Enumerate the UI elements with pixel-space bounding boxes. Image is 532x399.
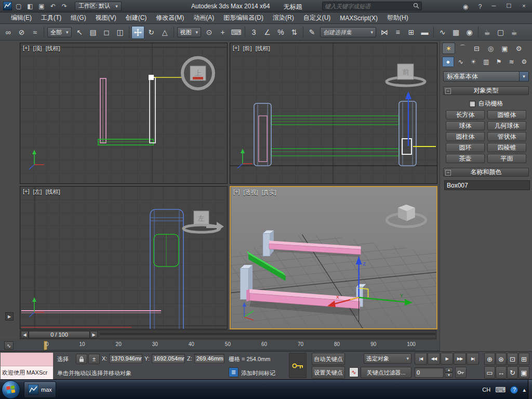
x-coordinate-field[interactable]: 1370.946mm [109, 354, 142, 363]
menu-animation[interactable]: 动画(A) [189, 12, 219, 23]
object-name-input[interactable] [444, 180, 530, 190]
track-bar[interactable]: ∿ 010 2030 4050 6070 8090 100 [0, 340, 440, 351]
menu-customize[interactable]: 自定义(U) [299, 12, 336, 23]
autogrid-checkbox[interactable] [469, 101, 475, 107]
snaps-toggle-3d-icon[interactable]: 3 [247, 26, 260, 39]
add-time-tag[interactable]: 添加时间标记 [241, 369, 275, 377]
menu-help[interactable]: 帮助(H) [382, 12, 413, 23]
zoom-region-icon[interactable]: ▭ [484, 366, 495, 379]
mirror-icon[interactable]: ⋈ [378, 26, 391, 39]
button-tube[interactable]: 管状体 [487, 132, 526, 141]
named-selection-set-dropdown[interactable]: 创建选择集 ▾ [320, 27, 376, 37]
close-button[interactable]: × [517, 1, 531, 10]
viewport-menu-general[interactable]: [+] [233, 189, 240, 196]
absolute-offset-toggle-icon[interactable]: ± [88, 354, 100, 364]
sub-systems-icon[interactable]: ⚙ [518, 57, 530, 67]
select-by-name-icon[interactable]: ▤ [87, 26, 100, 39]
time-slider-left-icon[interactable]: ◀ [21, 331, 29, 338]
tab-utilities-icon[interactable]: ⚙ [512, 43, 525, 54]
time-slider-handle[interactable]: 0 / 100 [29, 331, 90, 338]
show-hidden-icons-icon[interactable]: ▴ [523, 387, 526, 393]
pan-view-icon[interactable]: ↔ [496, 366, 507, 379]
open-file-icon[interactable]: ◧ [25, 2, 35, 11]
bind-to-spacewarp-icon[interactable]: ≈ [29, 26, 42, 39]
new-scene-icon[interactable]: ▢ [14, 2, 24, 11]
key-filters-button[interactable]: 关键点过滤器... [361, 367, 411, 378]
search-icon[interactable] [413, 2, 419, 11]
play-animation-icon[interactable]: ▶ [441, 353, 453, 365]
unlink-selection-icon[interactable]: ⊘ [15, 26, 28, 39]
viewport-menu-shading[interactable]: [线框] [256, 45, 270, 52]
viewport-left[interactable]: 左 [+] [左] [线框] [20, 186, 228, 329]
signin-icon[interactable]: ◉ [460, 2, 471, 11]
start-button[interactable] [2, 380, 20, 399]
window-crossing-icon[interactable]: ◫ [114, 26, 127, 39]
y-coordinate-field[interactable]: 1692.054mm [152, 354, 185, 363]
zoom-extents-icon[interactable]: ⊡ [507, 353, 518, 365]
button-box[interactable]: 长方体 [446, 110, 485, 119]
tab-hierarchy-icon[interactable]: ⊟ [470, 43, 483, 54]
previous-frame-icon[interactable]: ◀◀ [428, 353, 440, 365]
go-to-end-icon[interactable]: ▶| [467, 353, 479, 365]
edit-named-selection-sets-icon[interactable]: ✎ [305, 26, 318, 39]
menu-views[interactable]: 视图(V) [91, 12, 121, 23]
menu-modifiers[interactable]: 修改器(M) [151, 12, 189, 23]
rollout-object-type[interactable]: − 对象类型 [443, 86, 529, 95]
menu-edit[interactable]: 编辑(E) [6, 12, 36, 23]
button-cylinder[interactable]: 圆柱体 [446, 132, 485, 141]
save-file-icon[interactable]: ▣ [36, 2, 47, 11]
zoom-extents-all-icon[interactable]: ⊞ [518, 353, 529, 365]
redo-icon[interactable]: ↷ [59, 2, 70, 11]
menu-create[interactable]: 创建(C) [121, 12, 152, 23]
schematic-view-icon[interactable]: ▦ [449, 26, 462, 39]
use-pivot-center-icon[interactable]: ⊙ [203, 26, 216, 39]
keyboard-layout-icon[interactable]: ⌨ [495, 385, 506, 394]
show-desktop-button[interactable] [528, 380, 532, 399]
viewport-menu-shading[interactable]: [线框] [46, 45, 60, 52]
layer-manager-icon[interactable]: ⊞ [405, 26, 418, 39]
set-key-button[interactable]: 设置关键点 [312, 366, 345, 379]
viewport-front[interactable]: 前 [+] [前] [线框] [230, 43, 437, 184]
sub-shapes-icon[interactable]: ∿ [455, 57, 467, 67]
menu-graph-editors[interactable]: 图形编辑器(D) [219, 12, 268, 23]
menu-maxscript[interactable]: MAXScript(X) [335, 12, 382, 23]
select-and-link-icon[interactable]: ∞ [2, 26, 15, 39]
taskbar-3dsmax-button[interactable]: max [24, 381, 56, 398]
app-logo-icon[interactable] [2, 2, 12, 11]
sub-helpers-icon[interactable]: ⚑ [493, 57, 504, 67]
viewport-top[interactable]: 上 [+] [顶] [线框] [20, 43, 228, 184]
viewport-menu-pov[interactable]: [前] [243, 45, 252, 52]
maxscript-mini-listener[interactable]: 欢迎使用 MAXScr [0, 352, 54, 379]
spinner-snap-icon[interactable]: ⇅ [288, 26, 301, 39]
set-key-big-icon[interactable] [289, 353, 307, 378]
selection-lock-icon[interactable] [76, 354, 87, 364]
minimize-button[interactable]: ─ [487, 1, 501, 10]
sub-lights-icon[interactable]: ☀ [468, 57, 479, 67]
menu-tools[interactable]: 工具(T) [36, 12, 66, 23]
expand-panel-arrow-icon[interactable]: ▶ [5, 312, 14, 321]
render-setup-icon[interactable]: ☕ [481, 26, 494, 39]
sub-geometry-icon[interactable]: ● [442, 57, 454, 67]
language-indicator[interactable]: CH [482, 387, 490, 393]
maximize-button[interactable]: ☐ [502, 1, 516, 10]
zoom-all-icon[interactable]: ⊛ [496, 353, 507, 365]
primitive-category-dropdown[interactable]: 标准基本体 ▾ [443, 71, 529, 82]
select-and-move-icon[interactable] [131, 26, 144, 39]
align-icon[interactable]: ≡ [391, 26, 404, 39]
viewport-menu-pov[interactable]: [顶] [33, 45, 42, 52]
select-and-scale-icon[interactable]: △ [158, 26, 171, 39]
frame-spin-down-icon[interactable]: ▾ [445, 373, 453, 378]
maximize-viewport-icon[interactable]: ▣ [518, 366, 529, 379]
key-mode-toggle-icon[interactable] [455, 367, 467, 378]
macro-recorder-line[interactable] [1, 353, 53, 366]
menu-group[interactable]: 组(G) [66, 12, 90, 23]
rectangular-selection-region-icon[interactable]: ◻ [100, 26, 113, 39]
viewport-menu-general[interactable]: [+] [233, 45, 240, 52]
help-icon[interactable]: ? [475, 2, 485, 11]
search-input[interactable] [325, 3, 411, 9]
button-geosphere[interactable]: 几何球体 [487, 121, 526, 130]
action-center-icon[interactable]: ? [510, 386, 518, 394]
workspace-dropdown[interactable]: 工作区: 默认 ▾ [75, 2, 122, 11]
z-coordinate-field[interactable]: 269.46mm [194, 354, 224, 363]
time-tag-icon[interactable]: ≣ [229, 367, 238, 377]
